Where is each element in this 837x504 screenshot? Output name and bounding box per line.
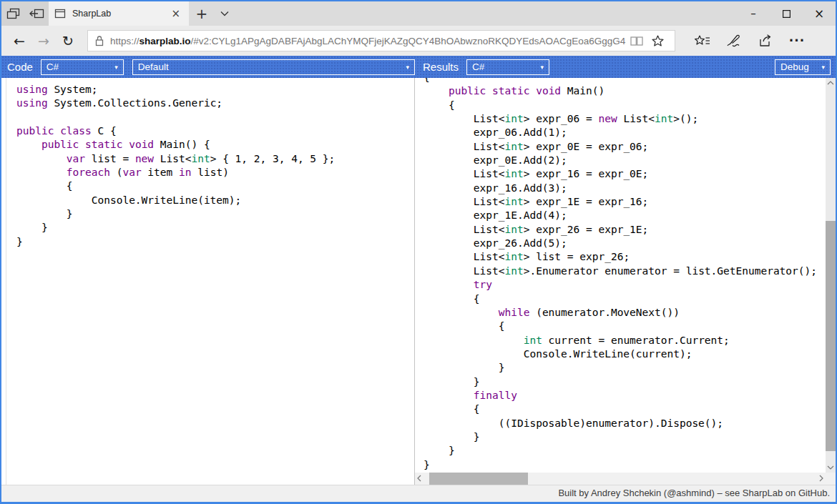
debug-mode-value: Debug	[780, 61, 809, 72]
favorite-star-icon[interactable]	[647, 35, 668, 46]
url-path: /#v2:CYLg1APgAgDABFAjAbgLAChYMQFjejKAZgQ…	[191, 36, 626, 46]
code-line: expr_16.Add(3);	[424, 182, 826, 195]
horizontal-scrollbar[interactable]	[415, 473, 826, 485]
results-code: { public static void Main() { List<int> …	[415, 78, 836, 473]
tab-preview-icon[interactable]	[1, 1, 25, 26]
code-line: expr_26.Add(5);	[424, 237, 826, 250]
code-line: }	[424, 375, 826, 389]
code-label: Code	[7, 61, 33, 73]
code-line: List<int>.Enumerator enumerator = list.G…	[424, 265, 826, 278]
editor-code[interactable]: using System;using System.Collections.Ge…	[1, 78, 414, 485]
code-line: }	[16, 235, 414, 249]
code-line: expr_1E.Add(4);	[424, 209, 826, 222]
code-line: using System.Collections.Generic;	[16, 97, 414, 110]
tab-close-icon[interactable]: ×	[168, 7, 183, 21]
results-pane: { public static void Main() { List<int> …	[415, 78, 836, 485]
code-line: while (enumerator.MoveNext())	[424, 306, 826, 320]
branch-value: Default	[138, 61, 169, 72]
code-line: List<int> expr_1E = expr_16;	[424, 195, 826, 209]
code-line: public static void Main() {	[16, 138, 414, 152]
lock-icon	[94, 35, 104, 46]
scroll-down-icon[interactable]	[827, 465, 834, 470]
minimize-button[interactable]: –	[737, 1, 770, 26]
footer-credit[interactable]: Built by Andrey Shchekin (@ashmind) – se…	[1, 485, 836, 502]
horizontal-scrollbar-thumb[interactable]	[429, 473, 528, 485]
code-line: List<int> expr_0E = expr_06;	[424, 140, 826, 154]
code-line: try	[424, 278, 826, 292]
results-language-select[interactable]: C# ▾	[466, 59, 549, 75]
main-area: using System;using System.Collections.Ge…	[1, 78, 836, 485]
code-editor-pane: using System;using System.Collections.Ge…	[1, 78, 415, 485]
back-button[interactable]: ←	[7, 29, 31, 53]
code-line: expr_06.Add(1);	[424, 126, 826, 139]
window-controls: – ×	[737, 1, 836, 26]
code-line: {	[424, 78, 826, 84]
web-note-pen-icon[interactable]	[718, 29, 750, 53]
url-domain: sharplab.io	[140, 36, 191, 46]
code-line: expr_0E.Add(2);	[424, 154, 826, 167]
code-line: }	[424, 430, 826, 444]
branch-select[interactable]: Default ▾	[132, 59, 415, 75]
code-line: }	[16, 221, 414, 234]
debug-mode-select[interactable]: Debug ▾	[775, 59, 831, 75]
hub-favorites-icon[interactable]	[687, 29, 718, 53]
tab-list-chevron-icon[interactable]	[215, 1, 235, 26]
scrollbar-corner	[826, 473, 836, 485]
code-line: List<int> expr_26 = expr_1E;	[424, 223, 826, 237]
tab-actions	[1, 1, 49, 26]
url-scheme: https://	[110, 36, 140, 46]
maximize-button[interactable]	[770, 1, 803, 26]
code-line: }	[424, 444, 826, 458]
toolbar-code-section: Code C# ▾ Default ▾	[1, 59, 416, 75]
vertical-scrollbar[interactable]	[826, 78, 836, 473]
code-line: List<int> list = expr_26;	[424, 250, 826, 264]
code-line: List<int> expr_16 = expr_0E;	[424, 167, 826, 181]
code-line: {	[424, 99, 826, 112]
code-line: }	[424, 458, 826, 472]
new-tab-button[interactable]: +	[189, 1, 215, 26]
scroll-right-icon[interactable]	[819, 475, 823, 482]
navigation-bar: ← → ↻ https://sharplab.io/#v2:CYLg1APgAg…	[1, 26, 836, 56]
close-button[interactable]: ×	[803, 1, 836, 26]
code-line: {	[424, 402, 826, 416]
url-text: https://sharplab.io/#v2:CYLg1APgAgDABFAj…	[110, 36, 626, 46]
code-line: {	[16, 179, 414, 193]
scroll-left-icon[interactable]	[417, 475, 421, 482]
vertical-scrollbar-thumb[interactable]	[826, 221, 836, 451]
sharplab-toolbar: Code C# ▾ Default ▾ Results C# ▾ Debug ▾	[1, 56, 836, 78]
chevron-down-icon: ▾	[114, 64, 118, 71]
address-bar[interactable]: https://sharplab.io/#v2:CYLg1APgAgDABFAj…	[87, 30, 675, 51]
browser-window: SharpLab × + – × ← → ↻	[0, 0, 837, 504]
toolbar-results-section: Results C# ▾ Debug ▾	[416, 59, 836, 75]
tab-title: SharpLab	[72, 9, 168, 19]
code-language-select[interactable]: C# ▾	[41, 59, 124, 75]
chevron-down-icon: ▾	[541, 64, 544, 71]
code-line: }	[424, 361, 826, 375]
more-menu-icon[interactable]: ···	[781, 29, 813, 53]
tab-sharplab[interactable]: SharpLab ×	[49, 1, 189, 26]
code-line: Console.WriteLine(item);	[16, 194, 414, 207]
set-tabs-aside-icon[interactable]	[25, 1, 49, 26]
code-line: Console.WriteLine(current);	[424, 347, 826, 361]
forward-button: →	[31, 29, 56, 53]
chevron-down-icon: ▾	[406, 64, 409, 71]
code-line: }	[16, 207, 414, 221]
refresh-button[interactable]: ↻	[56, 29, 80, 53]
code-line: var list = new List<int> { 1, 2, 3, 4, 5…	[16, 152, 414, 166]
code-line: List<int> expr_06 = new List<int>();	[424, 112, 826, 126]
share-icon[interactable]	[750, 29, 781, 53]
nav-actions: ···	[687, 29, 813, 53]
results-label: Results	[423, 61, 459, 73]
code-line: ((IDisposable)enumerator).Dispose();	[424, 417, 826, 430]
code-line: public static void Main()	[424, 84, 826, 98]
code-line: finally	[424, 389, 826, 402]
tab-favicon-icon	[54, 9, 66, 19]
code-line: public class C {	[16, 124, 414, 138]
code-line: {	[424, 320, 826, 333]
titlebar: SharpLab × + – ×	[1, 1, 836, 26]
code-line: int current = enumerator.Current;	[424, 334, 826, 347]
reading-view-icon	[626, 36, 647, 46]
results-language-value: C#	[472, 61, 484, 72]
scroll-up-icon[interactable]	[827, 81, 834, 85]
code-line: using System;	[16, 83, 414, 97]
